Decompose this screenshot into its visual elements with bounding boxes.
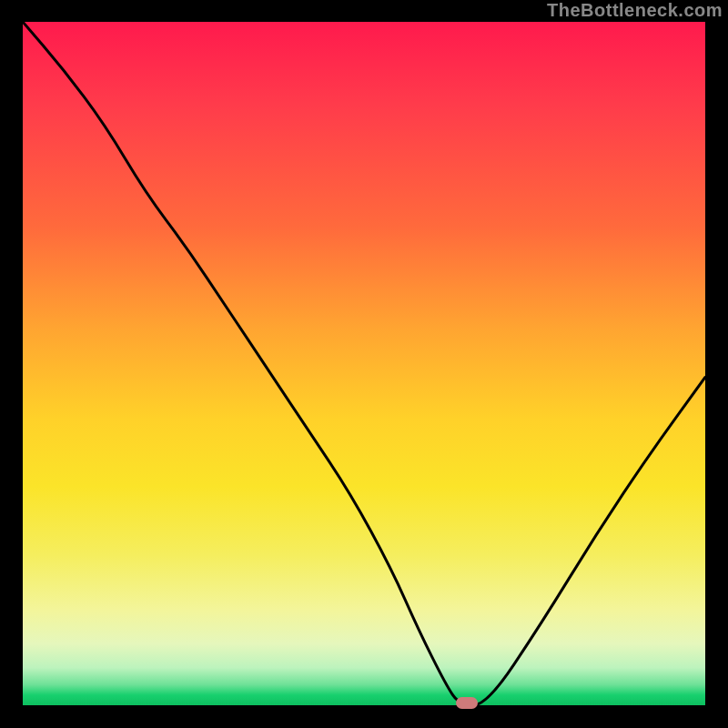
chart-container: TheBottleneck.com [0,0,728,728]
attribution-label: TheBottleneck.com [547,0,723,21]
plot-area [23,22,705,705]
optimal-marker [456,697,478,709]
curve-layer [23,22,705,705]
bottleneck-curve [23,22,705,705]
